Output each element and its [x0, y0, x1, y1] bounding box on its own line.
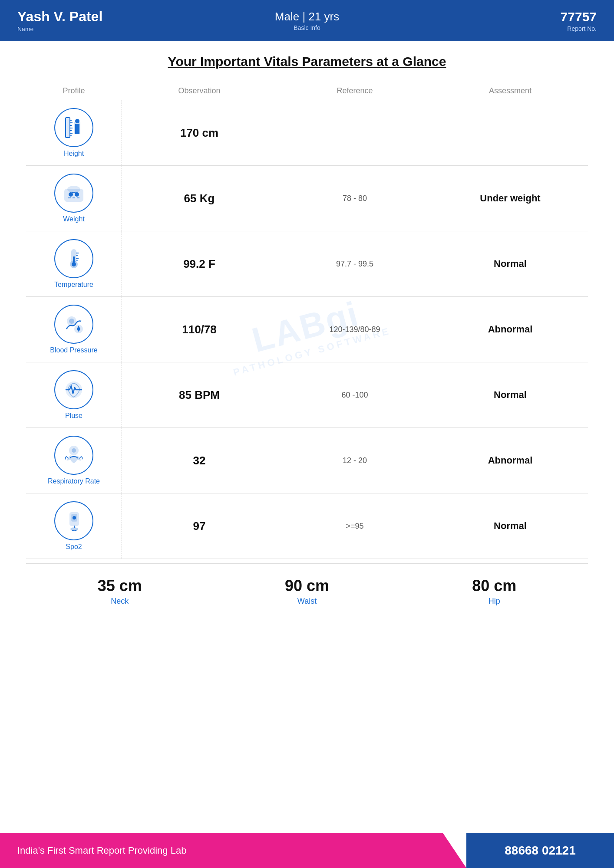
- neck-value: 35 cm: [98, 577, 142, 595]
- page-footer: India's First Smart Report Providing Lab…: [0, 833, 614, 868]
- respiratory-rate-assessment: Abnormal: [432, 455, 588, 466]
- neck-label: Neck: [98, 597, 142, 606]
- svg-point-10: [75, 119, 79, 123]
- vital-row-pulse: Pluse 85 BPM 60 -100 Normal: [26, 362, 588, 428]
- pulse-assessment: Normal: [432, 389, 588, 401]
- spo2-label: Spo2: [66, 543, 82, 551]
- col-assessment: Assessment: [432, 86, 588, 95]
- profile-cell-respiratory-rate: Respiratory Rate: [26, 436, 122, 485]
- temperature-icon-circle: [54, 239, 93, 278]
- report-number: 77757: [403, 10, 597, 24]
- weight-assessment: Under weight: [432, 193, 588, 204]
- profile-cell-blood-pressure: Blood Pressure: [26, 305, 122, 354]
- blood-pressure-observation: 110/78: [122, 323, 277, 336]
- vital-row-respiratory-rate: Respiratory Rate 32 12 - 20 Abnormal: [26, 428, 588, 493]
- spo2-assessment: Normal: [432, 520, 588, 532]
- hip-label: Hip: [472, 597, 516, 606]
- hip-value: 80 cm: [472, 577, 516, 595]
- pulse-reference: 60 -100: [277, 391, 432, 400]
- main-content: LABgiPATHOLOGY SOFTWARE Your Important V…: [0, 41, 614, 623]
- svg-point-32: [72, 448, 76, 453]
- weight-reference: 78 - 80: [277, 194, 432, 203]
- page-title: Your Important Vitals Parameters at a Gl…: [26, 54, 588, 69]
- respiratory-rate-observation: 32: [122, 454, 277, 467]
- profile-cell-spo2: Spo2: [26, 501, 122, 551]
- basic-info-section: Male | 21 yrs Basic Info: [211, 10, 404, 31]
- spo2-reference: >=95: [277, 522, 432, 531]
- height-icon-circle: [54, 108, 93, 147]
- svg-point-13: [68, 186, 80, 192]
- vital-row-spo2: Spo2 97 >=95 Normal: [26, 493, 588, 559]
- blood-pressure-label: Blood Pressure: [50, 346, 97, 354]
- footer-phone: 88668 02121: [466, 833, 614, 868]
- temperature-assessment: Normal: [432, 258, 588, 270]
- svg-point-22: [72, 262, 76, 266]
- profile-cell-height: Height: [26, 108, 122, 158]
- respiratory-rate-label: Respiratory Rate: [48, 477, 100, 485]
- waist-value: 90 cm: [285, 577, 329, 595]
- measurement-waist: 90 cm Waist: [285, 577, 329, 606]
- weight-label: Weight: [63, 215, 85, 223]
- blood-pressure-assessment: Abnormal: [432, 324, 588, 335]
- svg-point-28: [69, 319, 74, 324]
- svg-rect-11: [75, 124, 79, 134]
- profile-cell-weight: Weight: [26, 174, 122, 223]
- col-reference: Reference: [277, 86, 432, 95]
- height-label: Height: [64, 150, 84, 158]
- weight-icon-circle: [54, 174, 93, 213]
- footer-tagline: India's First Smart Report Providing Lab: [0, 833, 466, 868]
- respiratory-rate-icon-circle: [54, 436, 93, 475]
- profile-cell-pulse: Pluse: [26, 370, 122, 420]
- spo2-icon-circle: [54, 501, 93, 540]
- profile-cell-temperature: Temperature: [26, 239, 122, 289]
- vital-row-weight: Weight 65 Kg 78 - 80 Under weight: [26, 166, 588, 231]
- bottom-measurements: 35 cm Neck 90 cm Waist 80 cm Hip: [26, 563, 588, 615]
- page-header: Yash V. Patel Name Male | 21 yrs Basic I…: [0, 0, 614, 41]
- temperature-observation: 99.2 F: [122, 257, 277, 271]
- temperature-reference: 97.7 - 99.5: [277, 260, 432, 269]
- vital-row-blood-pressure: Blood Pressure 110/78 120-139/80-89 Abno…: [26, 297, 588, 362]
- name-label: Name: [17, 26, 211, 33]
- report-number-section: 77757 Report No.: [403, 10, 597, 32]
- col-observation: Observation: [122, 86, 277, 95]
- table-header: Profile Observation Reference Assessment: [26, 82, 588, 100]
- vital-row-temperature: Temperature 99.2 F 97.7 - 99.5 Normal: [26, 231, 588, 297]
- height-observation: 170 cm: [122, 126, 277, 140]
- patient-name: Yash V. Patel: [17, 9, 211, 25]
- measurement-neck: 35 cm Neck: [98, 577, 142, 606]
- pulse-icon-circle: [54, 370, 93, 409]
- respiratory-rate-reference: 12 - 20: [277, 456, 432, 465]
- blood-pressure-icon-circle: [54, 305, 93, 344]
- temperature-label: Temperature: [54, 281, 93, 289]
- col-profile: Profile: [26, 86, 122, 95]
- vital-row-height: Height 170 cm: [26, 100, 588, 166]
- vitals-table: Height 170 cm Weight 65 Kg 78 - 80 Under…: [26, 100, 588, 559]
- pulse-observation: 85 BPM: [122, 388, 277, 402]
- spo2-observation: 97: [122, 519, 277, 533]
- patient-name-section: Yash V. Patel Name: [17, 9, 211, 33]
- basic-info: Male | 21 yrs: [211, 10, 404, 23]
- svg-point-35: [73, 516, 76, 519]
- waist-label: Waist: [285, 597, 329, 606]
- weight-observation: 65 Kg: [122, 192, 277, 205]
- blood-pressure-reference: 120-139/80-89: [277, 325, 432, 334]
- measurement-hip: 80 cm Hip: [472, 577, 516, 606]
- report-label: Report No.: [403, 25, 597, 32]
- basic-info-label: Basic Info: [211, 24, 404, 31]
- svg-rect-0: [66, 118, 70, 138]
- pulse-label: Pluse: [65, 412, 83, 420]
